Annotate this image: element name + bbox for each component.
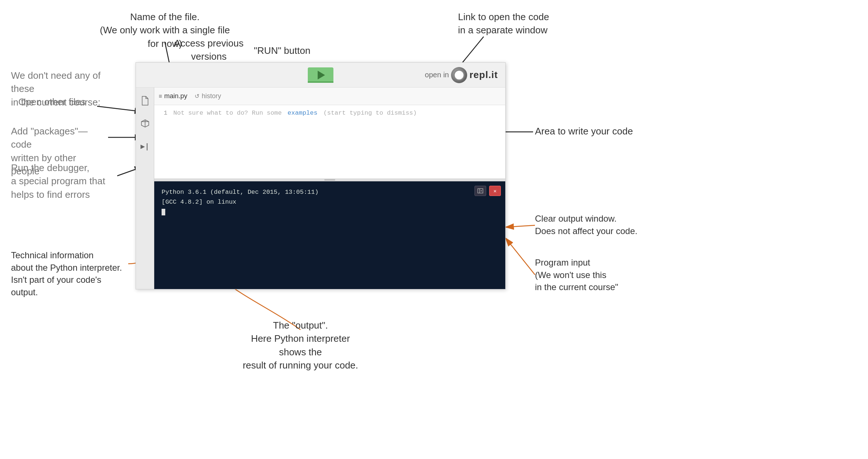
annotation-clear-output: Clear output window. Does not affect you… xyxy=(535,212,649,237)
svg-line-11 xyxy=(506,238,535,275)
tab-history[interactable]: ↺ history xyxy=(195,92,221,100)
svg-marker-17 xyxy=(481,190,482,192)
sidebar-files-icon[interactable] xyxy=(139,95,151,107)
ann-file-name-title: Name of the file. xyxy=(130,11,199,22)
run-button[interactable] xyxy=(308,67,333,83)
ann-clear-title: Clear output window. xyxy=(535,214,617,223)
annotation-tech-info: Technical information about the Python i… xyxy=(11,249,128,298)
ann-prog-input-title: Program input xyxy=(535,258,590,267)
line-number-1: 1 xyxy=(160,110,167,116)
ann-code-area-label: Area to write your code xyxy=(535,126,633,137)
tab-main-py[interactable]: ≡ main.py xyxy=(159,92,187,100)
tab-history-label: history xyxy=(202,92,221,100)
code-hint-pre: Not sure what to do? Run some xyxy=(173,110,282,116)
annotation-code-area: Area to write your code xyxy=(535,125,638,138)
open-in-label: open in xyxy=(425,71,449,79)
ann-run-label: "RUN" button xyxy=(254,45,310,56)
ann-clear-sub: Does not affect your code. xyxy=(535,226,638,236)
ann-prev-title: Access previous versions xyxy=(174,38,243,62)
annotation-open-in: Link to open the code in a separate wind… xyxy=(458,10,568,37)
tab-file-icon: ≡ xyxy=(159,93,162,100)
divider-handle xyxy=(324,179,335,181)
terminal-prompt xyxy=(162,207,498,217)
ide-editor[interactable]: 1 Not sure what to do? Run some examples… xyxy=(154,105,505,178)
ann-debugger-sub: a special program that helps to find err… xyxy=(11,175,105,200)
ide-tabs: ≡ main.py ↺ history xyxy=(154,88,505,105)
terminal-cursor xyxy=(162,209,165,215)
sidebar-packages-icon[interactable] xyxy=(139,118,151,129)
ide-terminal[interactable]: Python 3.6.1 (default, Dec 2015, 13:05:1… xyxy=(154,181,505,289)
ide-container: open in repl.it ▶| xyxy=(136,62,506,289)
terminal-python-version: Python 3.6.1 (default, Dec 2015, 13:05:1… xyxy=(162,187,498,197)
ide-sidebar: ▶| xyxy=(136,88,154,289)
ann-tech-sub: about the Python interpreter. Isn't part… xyxy=(11,263,122,297)
tab-file-name: main.py xyxy=(164,92,187,100)
open-in-repl[interactable]: open in repl.it xyxy=(425,67,498,83)
terminal-clear-icon[interactable]: ✕ xyxy=(489,186,501,196)
code-hint-post: (start typing to dismiss) xyxy=(323,110,417,116)
code-line-1: 1 Not sure what to do? Run some examples… xyxy=(160,110,499,116)
terminal-expand-icon[interactable] xyxy=(474,186,486,196)
annotation-output: The "output". Here Python interpreter sh… xyxy=(238,319,363,372)
code-examples-link[interactable]: examples xyxy=(288,110,318,116)
history-clock-icon: ↺ xyxy=(195,93,199,100)
ann-debugger-title: Run the debugger, xyxy=(11,162,89,173)
ide-resize-divider[interactable] xyxy=(154,178,505,181)
annotation-open-files: Open other files xyxy=(18,95,95,108)
repl-logo xyxy=(451,67,467,83)
terminal-gcc-info: [GCC 4.8.2] on linux xyxy=(162,197,498,207)
ann-open-files-label: Open other files xyxy=(18,96,86,107)
ann-tech-title: Technical information xyxy=(11,250,93,260)
ann-output-sub: Here Python interpreter shows the result… xyxy=(243,333,358,371)
annotation-run-button: "RUN" button xyxy=(249,44,315,57)
repl-it-label: repl.it xyxy=(469,69,498,81)
sidebar-debug-icon[interactable]: ▶| xyxy=(139,140,151,152)
ann-open-in-label: Link to open the code in a separate wind… xyxy=(458,11,549,36)
svg-line-10 xyxy=(506,225,535,227)
ide-toolbar: open in repl.it xyxy=(136,63,505,88)
annotation-program-input: Program input (We won't use this in the … xyxy=(535,256,649,293)
ann-output-title: The "output". xyxy=(273,320,328,331)
terminal-icons: ✕ xyxy=(474,186,501,196)
annotation-debugger: Run the debugger, a special program that… xyxy=(11,161,117,201)
ann-prog-input-sub: (We won't use this in the current course… xyxy=(535,270,618,292)
